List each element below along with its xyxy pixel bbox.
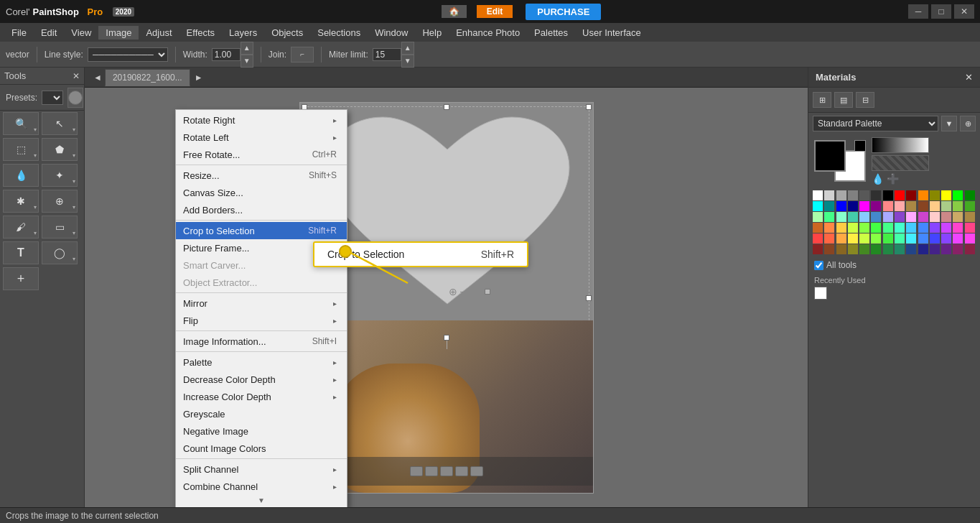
materials-view3-button[interactable]: ⊟ — [856, 92, 874, 108]
menu-adjust[interactable]: Adjust — [139, 26, 179, 40]
paint-tool[interactable]: 🖌▾ — [3, 216, 39, 239]
color-cell[interactable] — [836, 190, 846, 200]
color-cell[interactable] — [859, 233, 869, 244]
line-style-select[interactable]: ────────── — [88, 47, 168, 62]
menu-selections[interactable]: Selections — [310, 26, 368, 40]
image-tab[interactable]: 20190822_1600... — [105, 69, 190, 86]
maximize-button[interactable]: □ — [931, 4, 951, 19]
color-cell[interactable] — [918, 212, 928, 222]
color-cell[interactable] — [930, 190, 940, 200]
color-cell[interactable] — [941, 233, 951, 244]
color-cell[interactable] — [918, 201, 928, 211]
tab-scroll-left[interactable]: ◄ — [90, 73, 105, 83]
color-cell[interactable] — [824, 190, 834, 200]
menu-crop-to-selection[interactable]: Crop to Selection Shift+R — [176, 222, 347, 239]
menu-scroll-down[interactable]: ▼ — [176, 495, 347, 506]
color-cell[interactable] — [895, 212, 905, 222]
color-cell[interactable] — [871, 201, 881, 211]
color-cell[interactable] — [965, 201, 975, 211]
color-cell[interactable] — [848, 233, 858, 244]
presets-select[interactable] — [42, 91, 63, 105]
color-cell[interactable] — [859, 190, 869, 200]
color-cell[interactable] — [906, 244, 916, 254]
menu-palettes[interactable]: Palettes — [527, 26, 575, 40]
color-cell[interactable] — [941, 244, 951, 254]
color-cell[interactable] — [918, 244, 928, 254]
color-cell[interactable] — [965, 212, 975, 222]
home-button[interactable]: 🏠 — [442, 5, 467, 18]
menu-rotate-right[interactable]: Rotate Right ▸ — [176, 111, 347, 129]
color-cell[interactable] — [871, 190, 881, 200]
handle-mid-right[interactable] — [586, 295, 592, 301]
menu-palette[interactable]: Palette ▸ — [176, 353, 347, 371]
color-cell[interactable] — [859, 223, 869, 233]
color-cell[interactable] — [859, 201, 869, 211]
text-tool[interactable]: T — [3, 241, 39, 264]
color-cell[interactable] — [883, 190, 893, 200]
retouch-tool[interactable]: ✱▾ — [3, 190, 39, 213]
color-cell[interactable] — [813, 233, 823, 244]
menu-count-image-colors[interactable]: Count Image Colors — [176, 440, 347, 457]
pattern-swatch[interactable] — [872, 155, 929, 171]
fg-swatch[interactable] — [814, 140, 846, 172]
color-cell[interactable] — [965, 190, 975, 200]
menu-objects[interactable]: Objects — [264, 26, 310, 40]
color-cell[interactable] — [941, 223, 951, 233]
color-cell[interactable] — [813, 201, 823, 211]
materials-grid-button[interactable]: ⊞ — [813, 92, 831, 108]
color-cell[interactable] — [813, 190, 823, 200]
color-cell[interactable] — [906, 223, 916, 233]
color-cell[interactable] — [848, 201, 858, 211]
miter-up-button[interactable]: ▲ — [401, 42, 414, 55]
width-down-button[interactable]: ▼ — [241, 55, 253, 68]
color-cell[interactable] — [953, 212, 963, 222]
center-handle[interactable] — [444, 335, 449, 341]
menu-combine-channel[interactable]: Combine Channel ▸ — [176, 478, 347, 495]
materials-view2-button[interactable]: ▤ — [834, 92, 853, 108]
menu-rotate-left[interactable]: Rotate Left ▸ — [176, 129, 347, 146]
color-cell[interactable] — [871, 223, 881, 233]
menu-user-interface[interactable]: User Interface — [575, 26, 648, 40]
miter-down-button[interactable]: ▼ — [401, 55, 414, 68]
color-cell[interactable] — [965, 223, 975, 233]
color-cell[interactable] — [965, 233, 975, 244]
color-cell[interactable] — [813, 212, 823, 222]
edit-mode-button[interactable]: Edit — [477, 5, 513, 18]
color-cell[interactable] — [941, 201, 951, 211]
menu-increase-color-depth[interactable]: Increase Color Depth ▸ — [176, 388, 347, 405]
color-cell[interactable] — [824, 233, 834, 244]
color-cell[interactable] — [824, 201, 834, 211]
palette-options-button[interactable]: ▼ — [941, 116, 957, 131]
color-cell[interactable] — [848, 212, 858, 222]
color-cell[interactable] — [895, 244, 905, 254]
menu-window[interactable]: Window — [368, 26, 415, 40]
color-cell[interactable] — [953, 223, 963, 233]
color-cell[interactable] — [906, 201, 916, 211]
color-cell[interactable] — [941, 212, 951, 222]
color-cell[interactable] — [953, 244, 963, 254]
color-cell[interactable] — [953, 201, 963, 211]
width-input[interactable]: 1.00 — [212, 48, 241, 61]
color-cell[interactable] — [859, 212, 869, 222]
menu-file[interactable]: File — [4, 26, 34, 40]
color-cell[interactable] — [883, 201, 893, 211]
color-cell[interactable] — [895, 201, 905, 211]
object-handle[interactable] — [485, 289, 490, 295]
width-up-button[interactable]: ▲ — [241, 42, 253, 55]
color-cell[interactable] — [918, 190, 928, 200]
miter-input[interactable]: 15 — [373, 48, 401, 61]
palette-extra-button[interactable]: ⊕ — [960, 116, 976, 131]
color-cell[interactable] — [906, 190, 916, 200]
close-button[interactable]: ✕ — [954, 4, 974, 19]
color-cell[interactable] — [930, 223, 940, 233]
menu-help[interactable]: Help — [415, 26, 449, 40]
color-cell[interactable] — [930, 212, 940, 222]
color-cell[interactable] — [824, 212, 834, 222]
menu-image-info[interactable]: Image Information... Shift+I — [176, 333, 347, 350]
menu-negative-image[interactable]: Negative Image — [176, 422, 347, 440]
handle-top-center[interactable] — [444, 104, 449, 110]
dropper-tool[interactable]: 💧 — [3, 164, 39, 187]
color-cell[interactable] — [848, 190, 858, 200]
join-button[interactable]: ⌐ — [291, 47, 314, 63]
menu-decrease-color-depth[interactable]: Decrease Color Depth ▸ — [176, 371, 347, 388]
